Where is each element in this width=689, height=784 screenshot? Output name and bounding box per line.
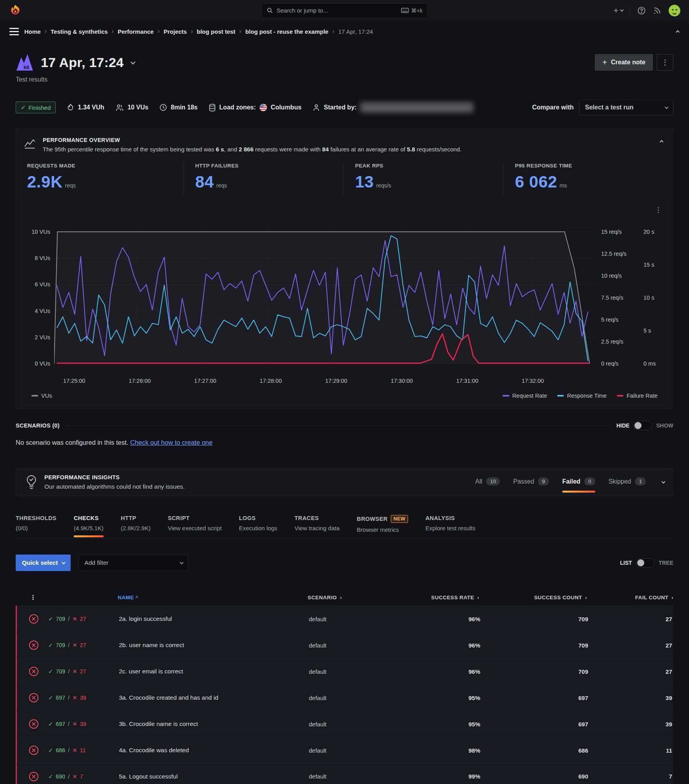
user-avatar[interactable]: [669, 5, 680, 16]
breadcrumb-home[interactable]: Home: [24, 28, 41, 35]
breadcrumb-projects[interactable]: Projects: [164, 28, 187, 35]
overview-panel-title: PERFORMANCE OVERVIEW: [43, 137, 461, 143]
add-menu-button[interactable]: +: [614, 6, 623, 15]
help-icon[interactable]: [637, 6, 646, 15]
success-rate-value: 96%: [419, 642, 480, 649]
breadcrumb-testing-synthetics[interactable]: Testing & synthetics: [51, 28, 108, 35]
chart-x-axis: 17:25:0017:26:0017:27:0017:28:0017:29:00…: [58, 378, 597, 389]
started-by: Started by:: [312, 102, 473, 113]
chart-plot-area[interactable]: [54, 207, 597, 376]
search-shortcut-label: ⌘+k: [411, 7, 423, 14]
table-row[interactable]: ✓ 686 / ✕ 11 4a. Crocodile was deleted d…: [16, 737, 673, 763]
x-icon: ✕: [72, 773, 77, 780]
success-rate-value: 96%: [419, 668, 480, 675]
grafana-logo-icon[interactable]: [9, 4, 22, 17]
check-status-cell: [17, 640, 48, 650]
legend-item[interactable]: VUs: [31, 393, 52, 399]
page-kebab-menu-button[interactable]: ⋮: [657, 54, 673, 71]
breadcrumb-performance[interactable]: Performance: [118, 28, 154, 35]
chevron-down-icon: [62, 560, 66, 564]
sort-by-fail-count[interactable]: FAIL COUNT ›: [587, 595, 673, 600]
list-tree-toggle[interactable]: [636, 558, 655, 568]
sort-by-success-rate[interactable]: SUCCESS RATE ›: [417, 595, 479, 600]
news-feed-icon[interactable]: [653, 6, 662, 15]
clock-icon: [159, 104, 167, 111]
scenarios-visibility-toggle[interactable]: [633, 421, 652, 430]
title-dropdown-icon[interactable]: [131, 59, 136, 64]
check-scenario: default: [309, 721, 419, 728]
quick-select-button[interactable]: Quick select: [16, 555, 71, 571]
tab-http[interactable]: HTTP (2.8K/2.9K): [121, 515, 151, 533]
axis-tick-label: 10 s: [643, 295, 654, 301]
check-icon: ✓: [48, 616, 53, 622]
add-filter-select[interactable]: Add filter: [78, 555, 188, 571]
success-rate-value: 95%: [419, 695, 480, 701]
success-rate-value: 95%: [419, 721, 480, 728]
check-name: 3b. Crocodile name is correct: [119, 720, 309, 728]
show-label: SHOW: [656, 422, 673, 429]
axis-tick-label: 10 VUs: [31, 229, 50, 235]
tab-script[interactable]: SCRIPT View executed script: [168, 515, 222, 533]
global-search[interactable]: ⌘+k: [261, 3, 428, 18]
filter-passed[interactable]: Passed9: [513, 477, 549, 487]
legend-item[interactable]: Response Time: [557, 393, 607, 399]
filter-skipped[interactable]: Skipped1: [609, 477, 646, 487]
axis-tick-label: 12.5 req/s: [601, 251, 627, 257]
stat-p95-response-time: P95 RESPONSE TIME 6 062ms: [503, 162, 663, 195]
breadcrumb-separator: ›: [112, 28, 114, 35]
check-icon: ✓: [48, 747, 53, 753]
table-row[interactable]: ✓ 709 / ✕ 27 2a. login successful defaul…: [16, 606, 673, 632]
success-count-value: 709: [480, 616, 588, 622]
tab-logs[interactable]: LOGS Execution logs: [239, 515, 277, 533]
legend-swatch: [31, 395, 38, 397]
tree-view-label: TREE: [659, 560, 673, 566]
stat-peak-rps: PEAK RPS 13reqs/s: [343, 162, 503, 195]
table-row[interactable]: ✓ 709 / ✕ 27 2b. user name is correct de…: [16, 632, 673, 658]
sort-by-success-count[interactable]: SUCCESS COUNT ›: [479, 595, 587, 600]
table-kebab-menu[interactable]: ⋮: [16, 594, 47, 601]
breadcrumb-blog-post-test[interactable]: blog post test: [197, 28, 235, 35]
tab-browser[interactable]: BROWSERNEW Browser metrics: [357, 515, 408, 533]
collapse-breadcrumb-icon[interactable]: [676, 30, 680, 34]
table-row[interactable]: ✓ 690 / ✕ 7 5a. Logout successful defaul…: [16, 763, 673, 784]
tab-thresholds[interactable]: THRESHOLDS (0/0): [16, 515, 57, 533]
tab-checks[interactable]: CHECKS (4.9K/5.1K): [74, 515, 104, 533]
axis-tick-label: 5 req/s: [601, 317, 618, 323]
page-header: k6 17 Apr, 17:24 + Create note ⋮: [16, 53, 673, 71]
sort-icon: ›: [672, 595, 673, 600]
insights-expand-icon[interactable]: [662, 480, 665, 484]
sort-by-scenario[interactable]: SCENARIO ›: [308, 595, 417, 600]
scenarios-section-header: SCENARIOS (0) HIDE SHOW: [16, 421, 673, 430]
check-name: 5a. Logout successful: [119, 773, 309, 780]
axis-tick-label: 10 req/s: [601, 273, 622, 279]
sort-by-name[interactable]: NAME^: [118, 595, 308, 600]
fail-count-value: 27: [588, 668, 674, 675]
filter-all[interactable]: All10: [475, 477, 500, 487]
chart-legend: VUs Request RateResponse TimeFailure Rat…: [26, 389, 663, 401]
search-input[interactable]: [277, 7, 397, 14]
plus-icon: +: [602, 58, 607, 67]
axis-tick-label: 15 s: [643, 262, 654, 268]
result-tabs: THRESHOLDS (0/0) CHECKS (4.9K/5.1K) HTTP…: [16, 515, 673, 539]
menu-icon[interactable]: [9, 28, 19, 35]
filter-failed[interactable]: Failed0: [562, 477, 595, 487]
success-count-value: 697: [480, 695, 588, 701]
create-scenario-link[interactable]: Check out how to create one: [130, 439, 213, 446]
legend-item[interactable]: Failure Rate: [617, 393, 658, 399]
us-flag-icon: [259, 104, 267, 111]
breadcrumb-test-name[interactable]: blog post - reuse the example: [245, 28, 328, 35]
success-count-value: 697: [480, 721, 588, 728]
page-title: 17 Apr, 17:24: [41, 55, 124, 70]
axis-tick-label: 4 VUs: [35, 308, 51, 314]
create-note-button[interactable]: + Create note: [595, 54, 653, 71]
table-row[interactable]: ✓ 697 / ✕ 39 3b. Crocodile name is corre…: [16, 711, 673, 737]
tab-traces[interactable]: TRACES View tracing data: [295, 515, 340, 533]
load-zones: Load zones: Columbus: [209, 104, 302, 112]
table-row[interactable]: ✓ 709 / ✕ 27 2c. user email is correct d…: [16, 658, 673, 684]
collapse-panel-icon[interactable]: [660, 140, 663, 144]
compare-test-run-select[interactable]: Select a test run: [579, 100, 673, 115]
flame-icon: [67, 104, 74, 112]
tab-analysis[interactable]: ANALYSIS Explore test results: [425, 515, 476, 533]
legend-item[interactable]: Request Rate: [503, 393, 547, 399]
table-row[interactable]: ✓ 697 / ✕ 39 3a. Crocodile created and h…: [16, 684, 673, 711]
